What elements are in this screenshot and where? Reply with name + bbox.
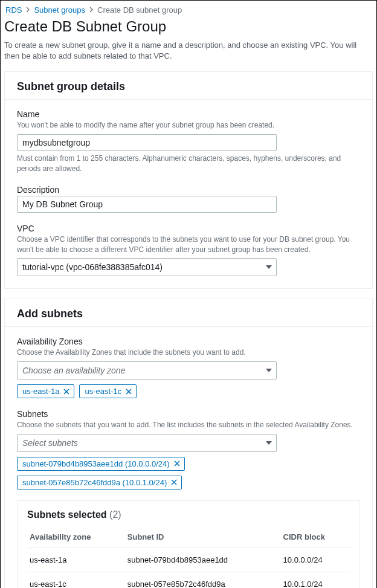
table-row: us-east-1a subnet-079bd4b8953aee1dd 10.0… — [27, 548, 350, 572]
subnets-select-placeholder: Select subnets — [22, 438, 78, 448]
col-subnet-id: Subnet ID — [125, 526, 281, 548]
az-select-placeholder: Choose an availability zone — [22, 366, 125, 375]
table-row: us-east-1c subnet-057e85b72c46fdd9a 10.0… — [27, 572, 350, 588]
subnet-tag: subnet-057e85b72c46fdd9a (10.0.1.0/24) — [17, 476, 182, 489]
subnets-select[interactable]: Select subnets — [17, 434, 277, 452]
subnets-selected-table: Availability zone Subnet ID CIDR block u… — [27, 526, 350, 588]
col-cidr: CIDR block — [281, 526, 350, 548]
remove-tag-icon[interactable] — [170, 479, 178, 486]
subnets-hint: Choose the subnets that you want to add.… — [17, 420, 360, 430]
subnets-label: Subnets — [17, 409, 360, 419]
subnets-selected-panel: Subnets selected (2) Availability zone S… — [17, 500, 360, 588]
subnet-tag-label: subnet-079bd4b8953aee1dd (10.0.0.0/24) — [22, 459, 170, 468]
az-tag-label: us-east-1c — [85, 387, 121, 396]
subnets-field-group: Subnets Choose the subnets that you want… — [17, 409, 360, 489]
description-field-group: Description — [17, 185, 360, 213]
remove-tag-icon[interactable] — [63, 388, 70, 395]
subnets-selected-count: (2) — [109, 509, 121, 520]
description-input[interactable] — [17, 196, 277, 213]
page-description: To create a new subnet group, give it a … — [4, 40, 373, 62]
description-label: Description — [17, 185, 360, 195]
col-az: Availability zone — [27, 526, 125, 548]
name-help: Must contain from 1 to 255 characters. A… — [17, 153, 360, 174]
subnets-selected-title: Subnets selected (2) — [27, 509, 350, 520]
vpc-hint: Choose a VPC identifier that corresponds… — [17, 234, 360, 255]
chevron-right-icon — [24, 5, 31, 15]
subnet-tag-label: subnet-057e85b72c46fdd9a (10.0.1.0/24) — [22, 478, 167, 487]
az-tag: us-east-1c — [79, 384, 137, 398]
panel-title-add-subnets: Add subnets — [17, 308, 360, 320]
subnet-group-details-panel: Subnet group details Name You won't be a… — [4, 71, 373, 289]
panel-title-details: Subnet group details — [17, 80, 360, 93]
az-field-group: Availability Zones Choose the Availabili… — [17, 337, 360, 398]
name-field-group: Name You won't be able to modify the nam… — [17, 109, 360, 173]
breadcrumb-link-rds[interactable]: RDS — [5, 5, 22, 15]
remove-tag-icon[interactable] — [125, 388, 132, 395]
name-input[interactable] — [17, 134, 277, 151]
vpc-select[interactable]: tutorial-vpc (vpc-068fe388385afc014) — [17, 258, 277, 276]
breadcrumb: RDS Subnet groups Create DB subnet group — [4, 5, 373, 15]
az-tag-label: us-east-1a — [22, 387, 59, 396]
az-select[interactable]: Choose an availability zone — [17, 361, 277, 380]
chevron-right-icon — [88, 5, 95, 15]
add-subnets-panel: Add subnets Availability Zones Choose th… — [4, 299, 373, 588]
name-hint: You won't be able to modify the name aft… — [17, 120, 360, 131]
page-title: Create DB Subnet Group — [4, 18, 373, 35]
vpc-field-group: VPC Choose a VPC identifier that corresp… — [17, 224, 360, 277]
az-label: Availability Zones — [17, 337, 360, 346]
name-label: Name — [17, 109, 360, 119]
az-tag: us-east-1a — [17, 384, 74, 398]
breadcrumb-link-subnet-groups[interactable]: Subnet groups — [34, 5, 85, 15]
vpc-label: VPC — [17, 224, 360, 233]
remove-tag-icon[interactable] — [173, 460, 181, 467]
subnet-tag: subnet-079bd4b8953aee1dd (10.0.0.0/24) — [17, 457, 185, 471]
az-hint: Choose the Availability Zones that inclu… — [17, 347, 360, 358]
vpc-select-value: tutorial-vpc (vpc-068fe388385afc014) — [22, 262, 163, 272]
breadcrumb-current: Create DB subnet group — [97, 5, 182, 15]
